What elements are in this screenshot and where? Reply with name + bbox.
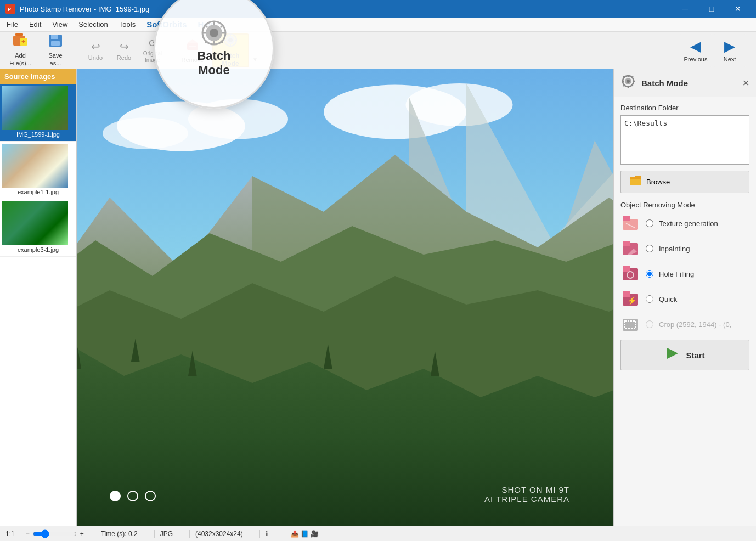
svg-rect-60 xyxy=(623,216,630,221)
svg-point-21 xyxy=(210,29,218,37)
undo-button[interactable]: ↩ Undo xyxy=(83,35,108,66)
start-label: Start xyxy=(686,351,704,360)
add-files-button[interactable]: + AddFile(s)... xyxy=(4,34,36,67)
svg-rect-66 xyxy=(623,266,630,272)
svg-point-35 xyxy=(406,83,513,126)
destination-folder-input[interactable]: C:\Results xyxy=(620,115,749,165)
toolbox-title-row: Batch Mode xyxy=(620,74,688,92)
mode-crop: Crop (2592, 1944) - (0, xyxy=(620,314,749,334)
dimensions-display: (4032x3024x24) xyxy=(189,530,249,538)
source-item-label: example3-1.jpg xyxy=(2,245,74,254)
mode-inpainting: Inpainting xyxy=(620,239,749,258)
add-files-label: AddFile(s)... xyxy=(9,52,31,66)
source-item-label: IMG_1599-1.jpg xyxy=(2,130,74,139)
menu-view[interactable]: View xyxy=(48,19,72,30)
menu-edit[interactable]: Edit xyxy=(25,19,46,30)
app-title: Photo Stamp Remover - IMG_1599-1.jpg xyxy=(20,5,149,13)
zoom-in-icon[interactable]: + xyxy=(80,530,84,538)
source-thumbnail xyxy=(2,201,68,245)
source-item-label: example1-1.jpg xyxy=(2,188,74,196)
object-removing-mode-label: Object Removing Mode xyxy=(620,201,749,209)
source-list: IMG_1599-1.jpg example1-1.jpg example3-1… xyxy=(0,84,76,526)
redo-icon: ↪ xyxy=(120,40,129,53)
svg-text:P: P xyxy=(8,7,11,12)
redo-button[interactable]: ↪ Redo xyxy=(111,35,137,66)
menu-tools[interactable]: Tools xyxy=(115,19,140,30)
mode-hole-filling: Hole Filling xyxy=(620,264,749,284)
texture-gen-icon xyxy=(620,213,640,233)
maximize-button[interactable]: □ xyxy=(699,0,724,18)
toolbar-sep-1 xyxy=(77,37,77,64)
social-icons: 📤 📘 🎥 xyxy=(291,530,319,538)
browse-label: Browse xyxy=(646,178,670,186)
info-button[interactable]: ℹ xyxy=(259,530,274,538)
toolbox-close-button[interactable]: ✕ xyxy=(742,78,749,88)
titlebar: P Photo Stamp Remover - IMG_1599-1.jpg ─… xyxy=(0,0,756,18)
source-item[interactable]: example1-1.jpg xyxy=(0,142,76,199)
undo-label: Undo xyxy=(88,54,103,61)
folder-icon xyxy=(630,176,642,188)
svg-rect-7 xyxy=(51,35,58,39)
zoom-slider[interactable] xyxy=(33,529,77,538)
format-display: JPG xyxy=(154,530,178,538)
crop-radio[interactable] xyxy=(646,320,653,328)
minimize-button[interactable]: ─ xyxy=(673,0,698,18)
main-image xyxy=(77,69,613,526)
batch-callout-label: BatchMode xyxy=(197,49,230,78)
inpainting-label: Inpainting xyxy=(659,245,690,253)
dot-2 xyxy=(127,491,138,501)
toolbox: Batch Mode ✕ Destination Folder C:\Resul… xyxy=(613,69,756,526)
svg-text:+: + xyxy=(21,37,26,46)
source-thumbnail xyxy=(2,144,68,188)
save-as-button[interactable]: Saveas... xyxy=(40,34,71,67)
quick-label: Quick xyxy=(659,295,677,303)
add-files-icon: + xyxy=(12,33,29,51)
crop-label: Crop (2592, 1944) - (0, xyxy=(659,320,731,329)
quick-radio[interactable] xyxy=(646,295,653,303)
svg-rect-63 xyxy=(623,241,630,246)
browse-button[interactable]: Browse xyxy=(620,171,749,193)
crop-icon xyxy=(620,314,640,334)
next-button[interactable]: ▶ Next xyxy=(713,34,746,67)
svg-line-26 xyxy=(205,25,207,27)
svg-rect-8 xyxy=(51,41,60,46)
source-panel-header: Source Images xyxy=(0,69,76,84)
svg-point-50 xyxy=(627,80,630,83)
toolbox-body: Destination Folder C:\Results Browse Obj… xyxy=(614,97,756,526)
previous-button[interactable]: ◀ Previous xyxy=(679,34,712,67)
previous-label: Previous xyxy=(684,56,708,63)
texture-generation-radio[interactable] xyxy=(646,219,653,227)
inpainting-radio[interactable] xyxy=(646,245,653,252)
source-thumbnail xyxy=(2,86,68,130)
time-display: Time (s): 0.2 xyxy=(95,530,143,538)
menubar: File Edit View Selection Tools SoftOrbit… xyxy=(0,18,756,32)
titlebar-controls: ─ □ ✕ xyxy=(673,0,751,18)
start-button[interactable]: Start xyxy=(620,340,749,370)
source-item[interactable]: IMG_1599-1.jpg xyxy=(0,84,76,142)
source-item[interactable]: example3-1.jpg xyxy=(0,199,76,257)
dot-3 xyxy=(145,491,156,501)
save-as-label: Saveas... xyxy=(48,52,62,66)
source-panel: Source Images IMG_1599-1.jpg example1-1.… xyxy=(0,69,77,526)
hole-filling-icon xyxy=(620,264,640,284)
dot-1 xyxy=(110,491,121,501)
undo-icon: ↩ xyxy=(91,40,100,53)
menu-file[interactable]: File xyxy=(2,19,22,30)
save-icon xyxy=(48,33,63,51)
hole-filling-radio[interactable] xyxy=(646,270,653,278)
main-layout: Source Images IMG_1599-1.jpg example1-1.… xyxy=(0,69,756,526)
zoom-slider-container: − + xyxy=(26,529,84,538)
zoom-indicator: 1:1 xyxy=(5,530,15,538)
dots-overlay xyxy=(110,491,156,501)
zoom-level: 1:1 xyxy=(5,530,15,538)
toolbar: + AddFile(s)... Saveas... ↩ Undo ↪ Redo … xyxy=(0,32,756,69)
mode-quick: ⚡ Quick xyxy=(620,289,749,309)
close-button[interactable]: ✕ xyxy=(725,0,751,18)
batch-gear-large-icon xyxy=(199,19,229,47)
nav-buttons: ◀ Previous ▶ Next xyxy=(679,34,746,67)
inpainting-icon xyxy=(620,239,640,258)
zoom-out-icon[interactable]: − xyxy=(26,530,30,538)
menu-selection[interactable]: Selection xyxy=(74,19,112,30)
svg-line-28 xyxy=(221,25,223,27)
app-icon: P xyxy=(5,4,15,14)
